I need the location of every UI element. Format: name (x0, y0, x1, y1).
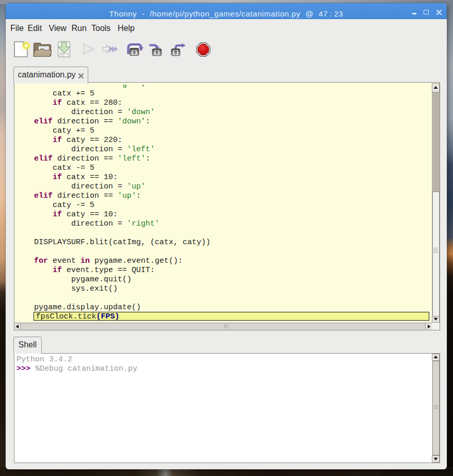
svg-text:{}: {} (131, 50, 138, 56)
svg-text:{}: {} (153, 50, 160, 56)
svg-text:{}: {} (172, 50, 179, 56)
